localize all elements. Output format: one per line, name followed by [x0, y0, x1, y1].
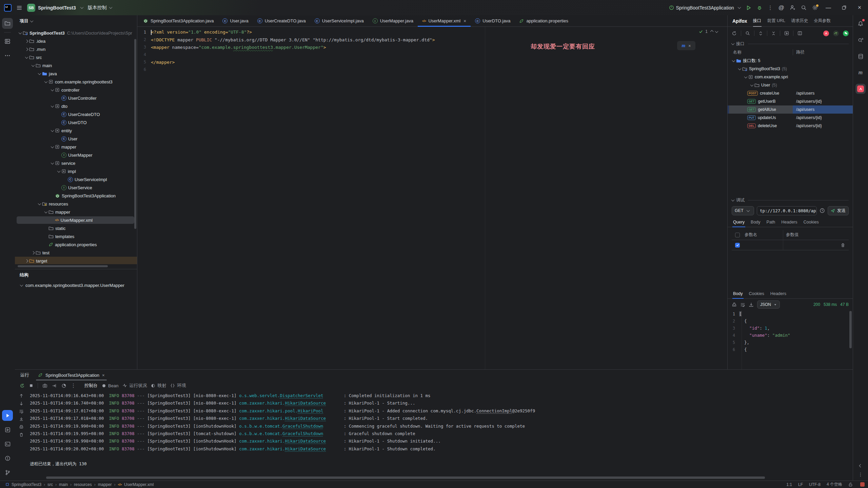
editor-tab-user.java[interactable]: CUser.java [218, 15, 253, 26]
database-button[interactable] [855, 51, 866, 61]
line-ending[interactable]: LF [798, 482, 803, 487]
chevron-right-icon[interactable] [24, 39, 29, 44]
project-selector[interactable]: SB SpringBootTest3 [27, 4, 83, 12]
soft-wrap-icon[interactable] [740, 302, 745, 307]
chevron-down-icon[interactable] [56, 120, 61, 125]
project-panel-header[interactable]: 项目 [15, 15, 137, 27]
ai-assistant-icon[interactable]: @ [778, 4, 784, 11]
window-close-button[interactable]: × [854, 4, 865, 11]
request-tab-cookies[interactable]: Cookies [804, 217, 819, 227]
tree-item-static[interactable]: static [15, 224, 137, 232]
chevron-down-icon[interactable] [37, 201, 42, 207]
editor-tab-springboottest3application.java[interactable]: SpringBootTest3Application.java [139, 15, 218, 26]
request-tab-path[interactable]: Path [767, 217, 775, 227]
run-configuration-selector[interactable]: SpringBootTest3Application [669, 5, 741, 11]
console[interactable]: 2025-11-01T14:09:16.643+08:00 INFO 83708… [15, 391, 853, 481]
chevron-up-icon[interactable] [710, 30, 714, 33]
chevron-down-icon[interactable] [743, 75, 748, 80]
breadcrumb-item[interactable]: resources [74, 482, 92, 487]
more-actions-icon[interactable]: ⋮ [768, 4, 773, 11]
apifox-logo-icon[interactable] [823, 31, 829, 36]
tree-item-resources[interactable]: resources [15, 200, 137, 208]
apifox-tab-请求历史[interactable]: 请求历史 [791, 15, 808, 26]
chevron-down-icon[interactable] [19, 283, 24, 288]
tree-item-userdto[interactable]: CUserDTO [15, 118, 137, 126]
endpoint-getUserB[interactable]: GETgetUserB/api/users/{id} [728, 97, 853, 105]
chevron-down-icon[interactable] [56, 185, 61, 190]
problems-tool-button[interactable] [2, 453, 13, 464]
endpoint-deleteUse[interactable]: DELdeleteUse/api/users/{id} [728, 122, 853, 130]
tree-item-userserviceimpl[interactable]: CUserServiceImpl [15, 175, 137, 183]
response-scrollbar[interactable] [849, 311, 852, 348]
more-vert-icon[interactable]: ⋮ [71, 383, 76, 389]
chevron-down-icon[interactable] [31, 63, 36, 68]
console-hscrollbar[interactable] [46, 476, 765, 479]
hamburger-menu-icon[interactable] [16, 5, 22, 11]
select-all-checkbox[interactable] [735, 233, 740, 237]
response-json-viewer[interactable]: 1[2 {3 "id": 1,4 "uname": "admin"5 },6 { [728, 310, 853, 369]
format-select[interactable]: JSON [757, 300, 780, 309]
request-tab-body[interactable]: Body [751, 217, 761, 227]
endpoint-getAllUse[interactable]: GETgetAllUse/api/users [728, 105, 853, 114]
tree-item-test[interactable]: test [15, 249, 137, 257]
breadcrumb-item[interactable]: src [47, 482, 53, 487]
tree-item-service[interactable]: service [15, 159, 137, 167]
response-tab-cookies[interactable]: Cookies [749, 289, 764, 298]
apifox-tree-item[interactable]: 接口数: 5 [728, 57, 853, 65]
chevron-right-icon[interactable] [31, 250, 36, 255]
terminal-tool-button[interactable] [2, 438, 13, 449]
tree-item-templates[interactable]: templates [15, 232, 137, 240]
endpoint-updateUs[interactable]: PUTupdateUs/api/users/{id} [728, 114, 853, 122]
split-view-icon[interactable] [797, 31, 802, 36]
apifox-tab-前置 URL[interactable]: 前置 URL [767, 15, 785, 26]
apifox-tree-item[interactable]: SpringBootTest3(5) [728, 65, 853, 73]
chevron-down-icon[interactable] [50, 144, 55, 150]
chevron-left-icon[interactable] [859, 464, 862, 468]
editor-tab-usermapper.xml[interactable]: </>UserMapper.xml× [418, 15, 471, 26]
breadcrumb-item[interactable]: main [59, 482, 68, 487]
chevron-down-icon[interactable] [50, 161, 55, 166]
chevron-down-icon[interactable] [43, 79, 48, 84]
tree-item-mapper[interactable]: mapper [15, 143, 137, 151]
project-tree-hscrollbar[interactable] [15, 264, 137, 269]
arrow-down-icon[interactable] [19, 401, 24, 406]
wechat-icon[interactable] [843, 31, 849, 36]
soft-wrap-icon[interactable] [19, 409, 24, 414]
chevron-down-icon[interactable] [50, 193, 55, 198]
download-icon[interactable] [749, 302, 754, 307]
commit-tool-button[interactable] [2, 36, 13, 47]
chevron-down-icon[interactable] [56, 96, 61, 101]
tree-item-dto[interactable]: dto [15, 102, 137, 110]
param-value-input[interactable] [783, 240, 837, 250]
unlock-icon[interactable] [848, 482, 853, 487]
chevron-down-icon[interactable] [43, 234, 48, 239]
tree-item-impl[interactable]: impl [15, 167, 137, 175]
apifox-tab-接口[interactable]: 接口 [753, 15, 762, 26]
chevron-down-icon[interactable] [24, 55, 29, 60]
tree-item-main[interactable]: main [15, 61, 137, 70]
editor-tab-usercreatedto.java[interactable]: CUserCreateDTO.java [253, 15, 310, 26]
chevron-down-icon[interactable] [56, 112, 61, 117]
tree-item-src[interactable]: src [15, 53, 137, 61]
tree-item-controller[interactable]: controller [15, 86, 137, 94]
tree-item-.mvn[interactable]: .mvn [15, 45, 137, 53]
maven-button[interactable]: m [855, 67, 866, 78]
ai-search-button[interactable] [855, 35, 866, 45]
scroll-to-end-icon[interactable] [19, 417, 24, 422]
apifox-tree-item[interactable]: User(5) [728, 81, 853, 89]
clear-console-icon[interactable] [19, 432, 24, 437]
inspections-widget[interactable]: 1 [699, 29, 718, 34]
chevron-down-icon[interactable] [43, 242, 48, 247]
more-tool-windows-button[interactable] [2, 50, 13, 61]
editor-tab-userserviceimpl.java[interactable]: CUserServiceImpl.java [310, 15, 368, 26]
chevron-down-icon[interactable] [63, 177, 68, 182]
apifox-section-api[interactable]: 接口 [728, 40, 853, 48]
view-tab-环境[interactable]: 环境 [170, 383, 186, 389]
breadcrumb-item[interactable]: UserMapper.xml [124, 482, 154, 487]
chevron-right-icon[interactable] [24, 258, 29, 263]
send-button[interactable]: 发送 [828, 206, 849, 215]
editor-code-area[interactable]: 1<?xml version="1.0" encoding="UTF-8"?>2… [137, 27, 727, 369]
apifox-section-debug[interactable]: 调试 [728, 196, 853, 204]
param-name-input[interactable] [743, 240, 783, 250]
method-select[interactable]: GET [732, 206, 754, 215]
